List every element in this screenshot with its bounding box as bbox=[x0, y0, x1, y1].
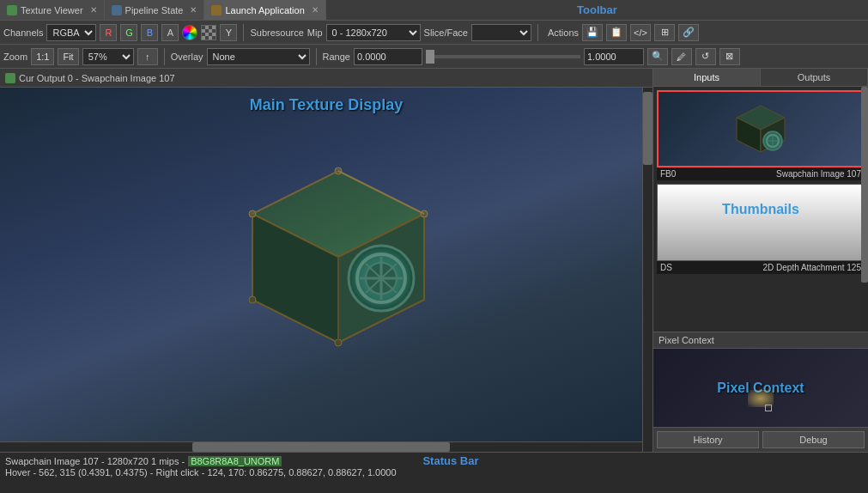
thumbnails-section[interactable]: Thumbnails FB0 bbox=[653, 87, 868, 332]
texture-display-label: Main Texture Display bbox=[250, 96, 404, 114]
tab-inputs[interactable]: Inputs bbox=[653, 69, 761, 86]
zoom-select[interactable]: 57% 25% 50% 75% 100% bbox=[82, 48, 134, 65]
channels-label: Channels bbox=[3, 27, 43, 38]
range-pick-icon[interactable]: 🖉 bbox=[671, 48, 692, 65]
toolbar-title: Toolbar bbox=[326, 3, 868, 16]
image-status-dot bbox=[5, 73, 15, 83]
tab-label-texture-viewer: Texture Viewer bbox=[21, 5, 83, 15]
thumb-cube-svg bbox=[726, 99, 795, 159]
status-bar: Swapchain Image 107 - 1280x720 1 mips - … bbox=[0, 452, 868, 493]
status-line-1: Swapchain Image 107 - 1280x720 1 mips - … bbox=[5, 454, 863, 467]
panel-scrollbar-thumb[interactable] bbox=[861, 87, 868, 283]
tab-outputs[interactable]: Outputs bbox=[761, 69, 868, 86]
tab-close-launch-application[interactable]: ✕ bbox=[312, 5, 319, 15]
pixel-context-display[interactable]: Pixel Context bbox=[653, 349, 868, 427]
toolbar-row-2: Zoom 1:1 Fit 57% 25% 50% 75% 100% ↑ Over… bbox=[0, 45, 868, 69]
separator-4 bbox=[316, 48, 317, 65]
separator-3 bbox=[164, 48, 165, 65]
tab-close-pipeline-state[interactable]: ✕ bbox=[190, 5, 197, 15]
thumb2-right: 2D Depth Attachment 125 bbox=[762, 263, 861, 272]
range-slider[interactable] bbox=[426, 55, 580, 58]
action-grid-button[interactable]: ⊞ bbox=[654, 24, 675, 41]
range-reset-icon[interactable]: ↺ bbox=[695, 48, 716, 65]
tab-icon-launch-application bbox=[211, 5, 222, 15]
checker-icon[interactable] bbox=[201, 25, 216, 40]
range-info-icon[interactable]: ⊠ bbox=[719, 48, 740, 65]
tab-inputs-label: Inputs bbox=[694, 72, 719, 82]
pixel-context-header-label: Pixel Context bbox=[659, 335, 714, 345]
channel-b-button[interactable]: B bbox=[141, 24, 158, 41]
range-label: Range bbox=[323, 52, 350, 62]
status-line2-text: Hover - 562, 315 (0.4391, 0.4375) - Righ… bbox=[5, 467, 397, 478]
tab-texture-viewer[interactable]: Texture Viewer ✕ bbox=[0, 0, 105, 20]
overlay-label: Overlay bbox=[171, 52, 203, 62]
thumb-img-1[interactable] bbox=[657, 90, 865, 167]
cube-container bbox=[218, 137, 458, 379]
thumb1-left: FB0 bbox=[660, 169, 676, 179]
right-panel: Inputs Outputs Thumbnails bbox=[653, 69, 868, 452]
channel-r-button[interactable]: R bbox=[100, 24, 117, 41]
mip-label: Mip bbox=[307, 27, 323, 38]
tab-icon-pipeline-state bbox=[112, 5, 122, 15]
pixel-dot bbox=[765, 405, 772, 411]
action-save-button[interactable]: 💾 bbox=[582, 24, 603, 41]
zoom-fit-button[interactable]: Fit bbox=[58, 48, 78, 65]
horizontal-scrollbar[interactable] bbox=[0, 441, 642, 452]
left-panel: Cur Output 0 - Swapchain Image 107 Main … bbox=[0, 69, 653, 452]
pixel-context-section: Pixel Context Pixel Context History Debu… bbox=[653, 332, 868, 452]
status-line1-prefix: Swapchain Image 107 - 1280x720 1 mips - bbox=[5, 456, 185, 466]
mip-select[interactable]: 0 - 1280x720 bbox=[326, 24, 421, 41]
thumbnail-item-1[interactable]: FB0 Swapchain Image 107 bbox=[657, 90, 865, 180]
actions-label: Actions bbox=[548, 27, 579, 38]
tab-label-launch-application: Launch Application bbox=[225, 5, 304, 15]
scrollbar-thumb-h[interactable] bbox=[192, 442, 449, 452]
scrollbar-thumb[interactable] bbox=[643, 92, 653, 165]
cube-svg bbox=[218, 137, 458, 377]
action-code-button[interactable]: </> bbox=[630, 24, 651, 41]
color-wheel-icon[interactable] bbox=[182, 25, 197, 40]
tab-outputs-label: Outputs bbox=[798, 72, 831, 82]
separator-2 bbox=[537, 24, 538, 41]
channels-select[interactable]: RGBA RGB R G B A bbox=[46, 24, 96, 41]
image-header: Cur Output 0 - Swapchain Image 107 bbox=[0, 69, 653, 88]
overlay-select[interactable]: None Heatmap Alpha bbox=[207, 48, 310, 65]
history-button[interactable]: History bbox=[657, 431, 759, 448]
texture-display[interactable]: Main Texture Display bbox=[0, 88, 653, 452]
status-line-2: Hover - 562, 315 (0.4391, 0.4375) - Righ… bbox=[5, 467, 863, 478]
tab-close-texture-viewer[interactable]: ✕ bbox=[90, 5, 97, 15]
depth-texture bbox=[658, 185, 864, 260]
tab-launch-application[interactable]: Launch Application ✕ bbox=[204, 0, 325, 20]
zoom-up-button[interactable]: ↑ bbox=[137, 48, 158, 65]
thumb1-right: Swapchain Image 107 bbox=[776, 169, 861, 179]
action-copy-button[interactable]: 📋 bbox=[606, 24, 627, 41]
action-link-button[interactable]: 🔗 bbox=[678, 24, 699, 41]
slice-select[interactable] bbox=[471, 24, 531, 41]
zoom-label: Zoom bbox=[3, 52, 27, 62]
svg-point-16 bbox=[249, 296, 256, 303]
tab-icon-texture-viewer bbox=[7, 5, 17, 15]
panel-tabs-header: Inputs Outputs bbox=[653, 69, 868, 87]
separator-1 bbox=[243, 24, 244, 41]
thumb-img-2[interactable] bbox=[657, 184, 865, 261]
slice-label: Slice/Face bbox=[424, 27, 468, 38]
pixel-context-header: Pixel Context bbox=[653, 332, 868, 349]
channel-a-button[interactable]: A bbox=[161, 24, 179, 41]
vertical-scrollbar[interactable] bbox=[642, 88, 653, 452]
panel-scrollbar[interactable] bbox=[861, 87, 868, 332]
tab-pipeline-state[interactable]: Pipeline State ✕ bbox=[105, 0, 205, 20]
y-button[interactable]: Y bbox=[220, 24, 237, 41]
range-zoom-icon[interactable]: 🔍 bbox=[647, 48, 668, 65]
zoom-1-1-button[interactable]: 1:1 bbox=[31, 48, 54, 65]
debug-button[interactable]: Debug bbox=[762, 431, 865, 448]
tab-bar: Texture Viewer ✕ Pipeline State ✕ Launch… bbox=[0, 0, 868, 21]
main-layout: Cur Output 0 - Swapchain Image 107 Main … bbox=[0, 69, 868, 452]
status-bar-label: Status Bar bbox=[422, 454, 478, 467]
tab-label-pipeline-state: Pipeline State bbox=[125, 5, 184, 15]
thumb-label-1: FB0 Swapchain Image 107 bbox=[657, 167, 865, 180]
range-max-input[interactable]: 1.0000 bbox=[584, 48, 644, 65]
range-min-input[interactable]: 0.0000 bbox=[354, 48, 422, 65]
thumbnail-item-2[interactable]: DS 2D Depth Attachment 125 bbox=[657, 184, 865, 274]
channel-g-button[interactable]: G bbox=[120, 24, 137, 41]
thumb2-left: DS bbox=[660, 263, 672, 272]
status-line1-highlight: B8G8R8A8_UNORM bbox=[188, 456, 282, 466]
